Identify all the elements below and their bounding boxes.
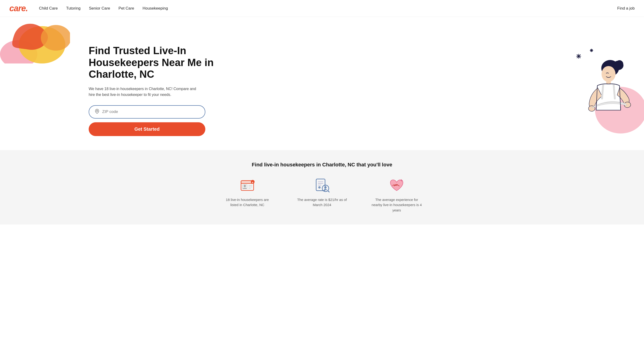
stat-item-listed: 18 live-in housekeepers are listed in Ch… bbox=[222, 177, 273, 213]
location-icon bbox=[95, 109, 100, 115]
stat-text-listed: 18 live-in housekeepers are listed in Ch… bbox=[222, 197, 273, 208]
stats-title: Find live-in housekeepers in Charlotte, … bbox=[9, 162, 635, 168]
main-nav: Child Care Tutoring Senior Care Pet Care… bbox=[39, 6, 617, 11]
rate-icon bbox=[314, 177, 330, 194]
zip-input-wrapper bbox=[89, 105, 205, 118]
stats-grid: 18 live-in housekeepers are listed in Ch… bbox=[9, 177, 635, 213]
nav-tutoring[interactable]: Tutoring bbox=[66, 6, 80, 11]
stats-section: Find live-in housekeepers in Charlotte, … bbox=[0, 150, 644, 225]
listed-icon bbox=[239, 177, 256, 194]
find-job-link[interactable]: Find a job bbox=[617, 6, 635, 11]
hero-section: Find Trusted Live-In Housekeepers Near M… bbox=[0, 17, 644, 150]
zip-input[interactable] bbox=[102, 110, 199, 114]
hero-decoration-left bbox=[0, 17, 70, 64]
experience-icon bbox=[388, 177, 405, 194]
svg-point-33 bbox=[318, 186, 320, 188]
svg-point-2 bbox=[41, 25, 70, 51]
svg-point-15 bbox=[616, 60, 623, 68]
svg-point-3 bbox=[96, 110, 98, 112]
hero-title: Find Trusted Live-In Housekeepers Near M… bbox=[89, 45, 229, 80]
stat-item-experience: The average experience for nearby live-i… bbox=[371, 177, 422, 213]
svg-point-35 bbox=[324, 186, 327, 188]
hero-description: We have 18 live-in housekeepers in Charl… bbox=[89, 86, 201, 98]
header: care. Child Care Tutoring Senior Care Pe… bbox=[0, 0, 644, 17]
hero-illustration bbox=[546, 31, 644, 136]
header-right: Find a job bbox=[617, 6, 635, 11]
svg-point-27 bbox=[251, 180, 254, 184]
svg-line-36 bbox=[328, 191, 329, 192]
nav-child-care[interactable]: Child Care bbox=[39, 6, 58, 11]
nav-housekeeping[interactable]: Housekeeping bbox=[142, 6, 168, 11]
hero-content: Find Trusted Live-In Housekeepers Near M… bbox=[89, 45, 229, 136]
stat-item-rate: The average rate is $21/hr as of March 2… bbox=[296, 177, 348, 213]
stat-text-rate: The average rate is $21/hr as of March 2… bbox=[296, 197, 348, 208]
stat-text-experience: The average experience for nearby live-i… bbox=[371, 197, 422, 213]
svg-point-16 bbox=[602, 66, 616, 82]
get-started-button[interactable]: Get Started bbox=[89, 122, 205, 136]
nav-senior-care[interactable]: Senior Care bbox=[89, 6, 110, 11]
nav-pet-care[interactable]: Pet Care bbox=[118, 6, 134, 11]
logo[interactable]: care. bbox=[9, 4, 28, 13]
svg-point-23 bbox=[244, 185, 246, 187]
